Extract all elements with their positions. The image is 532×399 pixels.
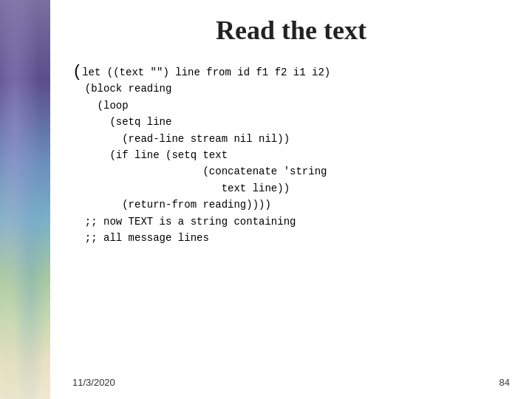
code-line-3: (loop — [72, 98, 510, 114]
code-line-10: ;; now TEXT is a string containing — [72, 214, 510, 230]
code-block: (let ((text "") line from id f1 f2 i1 i2… — [72, 64, 510, 369]
slide-content: Read the text (let ((text "") line from … — [50, 0, 532, 399]
code-line-11: ;; all message lines — [72, 230, 510, 246]
slide-title: Read the text — [72, 15, 510, 46]
decorative-sidebar — [0, 0, 50, 399]
code-line-4: (setq line — [72, 114, 510, 130]
code-line-8: text line)) — [72, 180, 510, 197]
code-line-2: (block reading — [72, 81, 510, 97]
slide-footer: 11/3/2020 84 — [72, 377, 510, 388]
code-line-1: (let ((text "") line from id f1 f2 i1 i2… — [72, 64, 510, 81]
open-paren: ( — [72, 63, 82, 81]
code-line-7: (concatenate 'string — [72, 163, 510, 180]
code-line-5: (read-line stream nil nil)) — [72, 131, 510, 147]
footer-page: 84 — [499, 377, 510, 388]
code-line-9: (return-from reading)))) — [72, 197, 510, 213]
code-line-6: (if line (setq text — [72, 147, 510, 163]
footer-date: 11/3/2020 — [72, 377, 115, 388]
